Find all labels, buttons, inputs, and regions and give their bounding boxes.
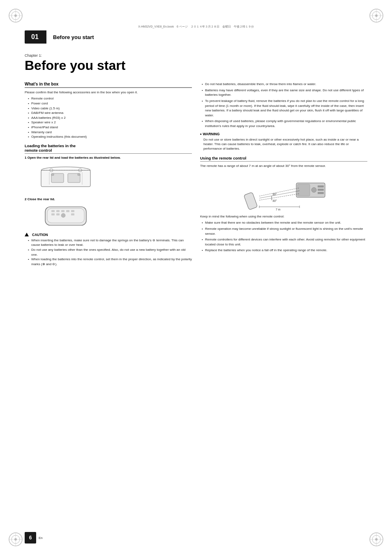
two-columns: What's in the box Please confirm that th… bbox=[25, 82, 367, 530]
list-item: Do not heat batteries, disassemble them,… bbox=[202, 82, 367, 87]
battery-open-diagram bbox=[29, 162, 103, 195]
whats-in-box-intro: Please confirm that the following access… bbox=[25, 90, 192, 95]
step1-text: 1 Open the rear lid and load the batteri… bbox=[25, 156, 192, 160]
bullet-dot: • bbox=[200, 132, 202, 136]
page-footer: 6 En bbox=[25, 532, 43, 543]
chapter-label: Chapter 1: bbox=[25, 53, 367, 58]
page-number: 6 bbox=[25, 532, 36, 543]
svg-rect-35 bbox=[61, 210, 65, 212]
list-item: Speaker wire x 2 bbox=[28, 120, 192, 125]
svg-rect-34 bbox=[56, 210, 60, 212]
warning-block: • WARNING Do not use or store batteries … bbox=[200, 132, 367, 151]
svg-line-49 bbox=[259, 188, 300, 196]
list-item: DAB/FM wire antenna bbox=[28, 111, 192, 116]
list-item: Batteries may have different voltages, e… bbox=[202, 88, 367, 97]
list-item: AAA batteries (R03) x 2 bbox=[28, 116, 192, 120]
warning-label: • WARNING bbox=[200, 132, 367, 136]
list-item: Make sure that there are no obstacles be… bbox=[202, 220, 367, 225]
list-item: Remote control bbox=[28, 96, 192, 101]
svg-rect-39 bbox=[56, 213, 60, 215]
chapter-big-title: Before you start bbox=[25, 58, 367, 73]
svg-rect-40 bbox=[61, 213, 65, 217]
list-item: Operating instructions (this document) bbox=[28, 134, 192, 139]
loading-batteries-heading: Loading the batteries in theremote contr… bbox=[25, 143, 192, 154]
svg-rect-27 bbox=[78, 173, 80, 176]
file-info: X-HM32VD_VXE8_En.book 6 ページ ２０１４年３月２８日 金… bbox=[25, 25, 367, 29]
whats-in-box-heading: What's in the box bbox=[25, 82, 192, 88]
corner-decoration-br bbox=[368, 531, 385, 548]
keep-in-mind-text: Keep in mind the following when using th… bbox=[200, 214, 367, 219]
chapter-intro: Chapter 1: Before you start bbox=[25, 53, 367, 78]
svg-rect-46 bbox=[318, 189, 324, 191]
using-remote-heading: Using the remote control bbox=[200, 156, 367, 162]
page-lang: En bbox=[39, 536, 43, 540]
list-item: Warranty card bbox=[28, 130, 192, 135]
list-item: iPhone/iPad stand bbox=[28, 125, 192, 130]
svg-rect-33 bbox=[51, 210, 55, 212]
list-item: Video cable (1.5 m) bbox=[28, 106, 192, 111]
caution-label: CAUTION bbox=[32, 233, 48, 237]
svg-rect-48 bbox=[244, 192, 258, 210]
caution-block: CAUTION When inserting the batteries, ma… bbox=[25, 233, 192, 267]
battery-closed-diagram bbox=[29, 204, 103, 230]
list-item: To prevent leakage of battery fluid, rem… bbox=[202, 99, 367, 118]
svg-rect-45 bbox=[318, 185, 324, 187]
svg-rect-25 bbox=[51, 173, 54, 176]
list-item: When inserting the batteries, make sure … bbox=[28, 238, 192, 247]
svg-rect-43 bbox=[297, 184, 310, 196]
list-item: When disposing of used batteries, please… bbox=[202, 119, 367, 128]
battery-cautions-list: Do not heat batteries, disassemble them,… bbox=[202, 82, 367, 128]
corner-decoration-tl bbox=[7, 7, 24, 24]
list-item: Remote controllers for different devices… bbox=[202, 237, 367, 247]
using-remote-intro: The remote has a range of about 7 m at a… bbox=[200, 164, 367, 168]
svg-line-50 bbox=[259, 194, 300, 200]
remote-tips-list: Make sure that there are no obstacles be… bbox=[202, 220, 367, 253]
svg-point-44 bbox=[311, 187, 316, 192]
right-column: Do not heat batteries, disassemble them,… bbox=[200, 82, 367, 530]
whats-in-box-list: Remote control Power cord Video cable (1… bbox=[28, 96, 192, 139]
warning-text: Do not use or store batteries in direct … bbox=[203, 137, 367, 151]
left-column: What's in the box Please confirm that th… bbox=[25, 82, 192, 530]
svg-rect-36 bbox=[66, 210, 69, 212]
svg-text:30°: 30° bbox=[272, 199, 277, 202]
list-item: Replace the batteries when you notice a … bbox=[202, 248, 367, 253]
list-item: Remote operation may become unreliable i… bbox=[202, 227, 367, 236]
svg-rect-41 bbox=[71, 213, 74, 215]
caution-title: CAUTION bbox=[25, 233, 192, 237]
list-item: When loading the batteries into the remo… bbox=[28, 257, 192, 266]
svg-rect-37 bbox=[71, 210, 74, 212]
list-item: Do not use any batteries other than the … bbox=[28, 247, 192, 257]
svg-text:7 m: 7 m bbox=[276, 208, 281, 211]
corner-decoration-bl bbox=[7, 531, 24, 548]
remote-range-diagram: 30° 30° 7 m bbox=[239, 171, 329, 212]
chapter-title-bar: Before you start bbox=[45, 30, 367, 44]
list-item: Power cord bbox=[28, 101, 192, 106]
svg-rect-47 bbox=[318, 192, 324, 194]
svg-rect-38 bbox=[51, 213, 55, 215]
main-content: Chapter 1: Before you start What's in th… bbox=[25, 53, 367, 530]
caution-triangle-icon bbox=[25, 233, 29, 236]
svg-rect-21 bbox=[41, 170, 90, 187]
chapter-number: 01 bbox=[25, 33, 45, 41]
warning-text-label: WARNING bbox=[203, 132, 220, 136]
header-area: X-HM32VD_VXE8_En.book 6 ページ ２０１４年３月２８日 金… bbox=[25, 25, 367, 44]
corner-decoration-tr bbox=[368, 7, 385, 24]
svg-text:30°: 30° bbox=[272, 193, 277, 196]
chapter-header: 01 Before you start bbox=[25, 30, 367, 44]
caution-list: When inserting the batteries, make sure … bbox=[28, 238, 192, 267]
step2-text: 2 Close the rear lid. bbox=[25, 197, 192, 201]
